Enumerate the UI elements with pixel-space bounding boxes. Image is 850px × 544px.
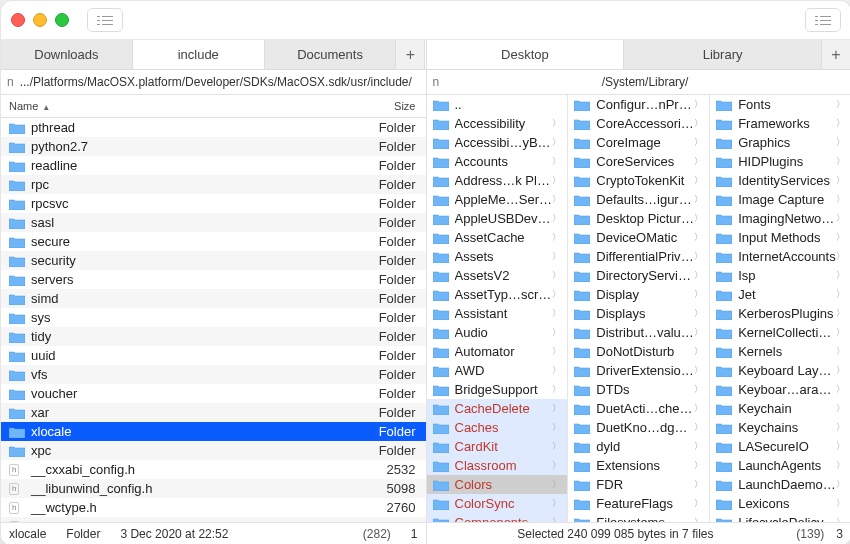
column-item[interactable]: Image Capture〉	[710, 190, 850, 209]
column-item[interactable]: LaunchDaemons〉	[710, 475, 850, 494]
tab-library[interactable]: Library	[624, 40, 822, 69]
column-item[interactable]: ImagingNetworks〉	[710, 209, 850, 228]
column-item[interactable]: Distribut…valuation〉	[568, 323, 709, 342]
column-item[interactable]: Accessibility〉	[427, 114, 568, 133]
list-row[interactable]: serversFolder	[1, 270, 426, 289]
tab-downloads[interactable]: Downloads	[1, 40, 133, 69]
column-item[interactable]: Kernels〉	[710, 342, 850, 361]
list-row[interactable]: pthreadFolder	[1, 118, 426, 137]
column-item[interactable]: Keyboar…arameters〉	[710, 380, 850, 399]
tab-desktop[interactable]: Desktop	[427, 40, 625, 69]
column-item[interactable]: LASecureIO〉	[710, 437, 850, 456]
left-list[interactable]: pthreadFolderpython2.7FolderreadlineFold…	[1, 118, 426, 522]
column-item[interactable]: DuetActi…cheduler〉	[568, 399, 709, 418]
list-row[interactable]: readlineFolder	[1, 156, 426, 175]
column-item[interactable]: Input Methods〉	[710, 228, 850, 247]
column-item[interactable]: Fonts〉	[710, 95, 850, 114]
list-row[interactable]: h__cxxabi_config.h2532	[1, 460, 426, 479]
column-item[interactable]: InternetAccounts〉	[710, 247, 850, 266]
column-item[interactable]: FDR〉	[568, 475, 709, 494]
list-row[interactable]: sysFolder	[1, 308, 426, 327]
list-row[interactable]: voucherFolder	[1, 384, 426, 403]
tab-documents[interactable]: Documents	[265, 40, 397, 69]
column-item[interactable]: Keychain〉	[710, 399, 850, 418]
list-row[interactable]: rpcFolder	[1, 175, 426, 194]
column-item[interactable]: DTDs〉	[568, 380, 709, 399]
list-row[interactable]: xarFolder	[1, 403, 426, 422]
column-item[interactable]: Defaults…igurations〉	[568, 190, 709, 209]
column-item[interactable]: AWD〉	[427, 361, 568, 380]
column-item[interactable]: CardKit〉	[427, 437, 568, 456]
column-item[interactable]: CoreAccessories〉	[568, 114, 709, 133]
pathbar-right[interactable]: n /System/Library/	[426, 70, 851, 94]
column-item[interactable]: ColorSync〉	[427, 494, 568, 513]
column-item[interactable]: AppleMe…Services〉	[427, 190, 568, 209]
pathbar-left[interactable]: n .../Platforms/MacOSX.platform/Develope…	[1, 70, 426, 94]
column-item[interactable]: LifecyclePolicy〉	[710, 513, 850, 522]
column-item[interactable]: Assistant〉	[427, 304, 568, 323]
column-item[interactable]: DeviceOMatic〉	[568, 228, 709, 247]
column-item[interactable]: Filesystems〉	[568, 513, 709, 522]
column-item[interactable]: Colors〉	[427, 475, 568, 494]
column-item[interactable]: Keychains〉	[710, 418, 850, 437]
toolbar-view-button-right[interactable]	[805, 8, 841, 32]
column-item[interactable]: CryptoTokenKit〉	[568, 171, 709, 190]
column-item[interactable]: Displays〉	[568, 304, 709, 323]
column-item[interactable]: CoreImage〉	[568, 133, 709, 152]
column-item[interactable]: Graphics〉	[710, 133, 850, 152]
column-1[interactable]: Configur…nProfiles〉CoreAccessories〉CoreI…	[568, 95, 710, 522]
column-item[interactable]: Accounts〉	[427, 152, 568, 171]
column-item[interactable]: CoreServices〉	[568, 152, 709, 171]
list-row[interactable]: python2.7Folder	[1, 137, 426, 156]
list-row[interactable]: saslFolder	[1, 213, 426, 232]
column-item[interactable]: Display〉	[568, 285, 709, 304]
column-0[interactable]: ..Accessibility〉Accessibi…yBundles〉Accou…	[427, 95, 569, 522]
column-item[interactable]: ..	[427, 95, 568, 114]
column-item[interactable]: Accessibi…yBundles〉	[427, 133, 568, 152]
column-item[interactable]: KerberosPlugins〉	[710, 304, 850, 323]
column-item[interactable]: AssetCache〉	[427, 228, 568, 247]
column-item[interactable]: Configur…nProfiles〉	[568, 95, 709, 114]
column-item[interactable]: AssetsV2〉	[427, 266, 568, 285]
column-item[interactable]: Isp〉	[710, 266, 850, 285]
column-item[interactable]: FeatureFlags〉	[568, 494, 709, 513]
column-item[interactable]: LaunchAgents〉	[710, 456, 850, 475]
column-item[interactable]: Keyboard Layouts〉	[710, 361, 850, 380]
column-2[interactable]: Fonts〉Frameworks〉Graphics〉HIDPlugins〉Ide…	[710, 95, 850, 522]
column-item[interactable]: DifferentialPrivacy〉	[568, 247, 709, 266]
toolbar-view-button-left[interactable]	[87, 8, 123, 32]
column-item[interactable]: Components〉	[427, 513, 568, 522]
list-row[interactable]: h__wctype.h2760	[1, 498, 426, 517]
column-item[interactable]: Lexicons〉	[710, 494, 850, 513]
column-item[interactable]: Audio〉	[427, 323, 568, 342]
column-item[interactable]: BridgeSupport〉	[427, 380, 568, 399]
column-item[interactable]: AssetTyp…scriptors〉	[427, 285, 568, 304]
column-item[interactable]: DuetKno…dgeBase〉	[568, 418, 709, 437]
column-item[interactable]: CacheDelete〉	[427, 399, 568, 418]
minimize-window-button[interactable]	[33, 13, 47, 27]
list-row[interactable]: uuidFolder	[1, 346, 426, 365]
column-item[interactable]: Assets〉	[427, 247, 568, 266]
list-row[interactable]: secureFolder	[1, 232, 426, 251]
column-item[interactable]: dyld〉	[568, 437, 709, 456]
column-item[interactable]: DirectoryServices〉	[568, 266, 709, 285]
column-item[interactable]: Address…k Plug-Ins〉	[427, 171, 568, 190]
column-item[interactable]: Caches〉	[427, 418, 568, 437]
list-row[interactable]: xpcFolder	[1, 441, 426, 460]
list-row[interactable]: simdFolder	[1, 289, 426, 308]
column-item[interactable]: HIDPlugins〉	[710, 152, 850, 171]
header-name[interactable]: Name▲	[1, 100, 346, 112]
list-row[interactable]: securityFolder	[1, 251, 426, 270]
column-item[interactable]: Automator〉	[427, 342, 568, 361]
tab-include[interactable]: include	[133, 40, 265, 69]
column-item[interactable]: Extensions〉	[568, 456, 709, 475]
add-tab-button[interactable]: +	[822, 40, 850, 69]
right-columns[interactable]: ..Accessibility〉Accessibi…yBundles〉Accou…	[427, 95, 851, 522]
close-window-button[interactable]	[11, 13, 25, 27]
column-item[interactable]: DriverExtensions〉	[568, 361, 709, 380]
list-row[interactable]: xlocaleFolder	[1, 422, 426, 441]
column-item[interactable]: DoNotDisturb〉	[568, 342, 709, 361]
column-item[interactable]: Classroom〉	[427, 456, 568, 475]
list-row[interactable]: tidyFolder	[1, 327, 426, 346]
column-item[interactable]: IdentityServices〉	[710, 171, 850, 190]
